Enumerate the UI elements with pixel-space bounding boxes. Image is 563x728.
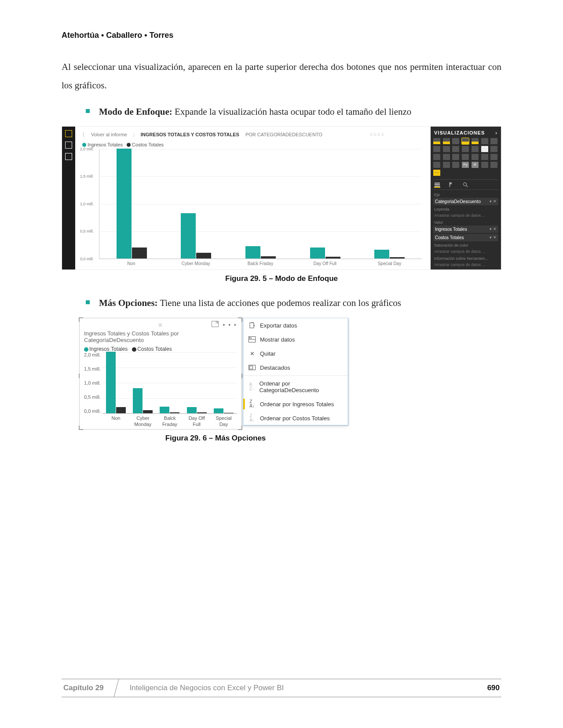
svg-rect-0 <box>435 182 440 183</box>
intro-paragraph: Al seleccionar una visualización, aparec… <box>62 58 501 95</box>
legend-dot-dark <box>127 143 131 147</box>
chart-legend: Ingresos Totales Costos Totales <box>84 346 237 352</box>
svg-rect-12 <box>250 366 253 369</box>
bullet-text: Expande la visualización hasta ocupar to… <box>172 106 411 117</box>
chart-plot-area <box>102 352 237 414</box>
remove-icon: ✕ <box>249 350 256 357</box>
page-footer: Capítulo 29 Inteligencia de Negocios con… <box>62 679 501 697</box>
svg-rect-2 <box>435 186 440 186</box>
tooltip-well-placeholder[interactable]: Arrastrar campos de datos ... <box>433 262 498 268</box>
tooltip-well-label: Información sobre herramien... <box>434 256 497 261</box>
saturation-well-label: Saturación de color <box>434 243 497 248</box>
running-head: Atehortúa • Caballero • Torres <box>62 31 501 40</box>
legend-well-label: Leyenda <box>434 207 497 211</box>
menu-export-data[interactable]: Exportar datos <box>243 318 348 332</box>
chart-plot-area: 2,0 mill.1,5 mill.1,0 mill.0,5 mill.0,0 … <box>99 149 422 259</box>
menu-sort-costos[interactable]: ZA↓ Ordenar por Costos Totales <box>243 411 348 425</box>
drag-grip-icon[interactable]: ≡ <box>158 321 163 328</box>
svg-rect-10 <box>251 338 252 339</box>
model-view-icon[interactable] <box>65 153 72 160</box>
legend-dot-dark <box>132 347 136 352</box>
viz-panel-title: VISUALIZACIONES <box>434 130 485 135</box>
menu-remove[interactable]: ✕ Quitar <box>243 346 348 360</box>
chart-y-axis: 2,0 mill.1,5 mill.1,0 mill.0,5 mill.0,0 … <box>84 352 102 414</box>
svg-rect-9 <box>249 337 250 339</box>
footer-title: Inteligencia de Negocios con Excel y Pow… <box>117 679 486 697</box>
collapse-chevron-icon[interactable]: › <box>495 130 497 135</box>
footer-chapter: Capítulo 29 <box>59 679 119 697</box>
figure-1-caption: Figura 29. 5 – Modo de Enfoque <box>62 274 501 283</box>
axis-well-label: Eje <box>434 193 497 197</box>
focus-title-strong: INGRESOS TOTALES Y COSTOS TOTALES <box>141 132 239 137</box>
menu-spotlight[interactable]: Destacados <box>243 360 348 375</box>
visualizations-panel: VISUALIZACIONES› PyR ⋯ <box>431 127 501 269</box>
svg-rect-1 <box>435 184 440 185</box>
svg-line-4 <box>466 185 468 187</box>
more-options-icon[interactable]: • • • <box>223 321 237 328</box>
chart-tile[interactable]: ≡ • • • Ingresos Totales y Costos Totale… <box>79 318 242 429</box>
menu-show-data[interactable]: Mostrar datos <box>243 332 348 346</box>
legend-dot-teal <box>84 347 88 352</box>
bullet-mas-opciones: Más Opciones: Tiene una lista de accione… <box>86 295 501 311</box>
svg-rect-6 <box>250 323 254 328</box>
figure-1: 〈 Volver al informe | INGRESOS TOTALES Y… <box>62 126 501 283</box>
chart-x-axis: NonCyber MondayBalck FradayDay Off FullS… <box>99 259 422 269</box>
figure-2: ≡ • • • Ingresos Totales y Costos Totale… <box>62 318 501 442</box>
focus-title-light: POR CATEGORÍADEDESCUENTO <box>245 132 322 137</box>
chart-title: Ingresos Totales y Costos Totales por Ca… <box>84 330 237 343</box>
svg-point-3 <box>464 182 467 186</box>
value-field-chip-1[interactable]: Costos Totales▾ ✕ <box>433 234 498 241</box>
bullet-label: Modo de Enfoque: <box>99 106 172 117</box>
drag-grip-icon: ==== <box>329 132 426 137</box>
menu-sort-category[interactable]: AZ↓ Ordenar por CategoríaDeDescuento <box>243 377 348 397</box>
pbi-left-rail <box>62 127 75 269</box>
more-options-menu: Exportar datos Mostrar datos ✕ Quitar <box>243 318 348 426</box>
export-icon <box>249 322 256 329</box>
bullet-label: Más Opciones: <box>99 298 158 308</box>
fields-tab-icon[interactable] <box>434 182 440 188</box>
back-to-report-link[interactable]: Volver al informe <box>91 132 127 137</box>
chart-legend: Ingresos Totales Costos Totales <box>82 142 426 147</box>
sort-icon: ZA↓ <box>249 415 256 422</box>
analytics-tab-icon[interactable] <box>462 182 468 188</box>
saturation-well-placeholder[interactable]: Arrastrar campos de datos ... <box>433 248 498 255</box>
bullet-text: Tiene una lista de acciones que podemos … <box>158 298 401 308</box>
show-data-icon <box>249 336 256 343</box>
focus-mode-icon[interactable] <box>212 321 219 328</box>
format-tab-icon[interactable] <box>448 182 454 188</box>
data-view-icon[interactable] <box>65 142 72 149</box>
legend-well-placeholder[interactable]: Arrastrar campos de datos ... <box>433 212 498 218</box>
footer-page-number: 690 <box>486 679 501 697</box>
chart-x-axis: NonCyberMondayBalckFradayDay OffFullSpec… <box>102 414 237 427</box>
spotlight-icon <box>249 364 256 371</box>
viz-field-tabs[interactable] <box>433 179 498 190</box>
figure-2-caption: Figura 29. 6 – Más Opciones <box>0 434 501 443</box>
report-view-icon[interactable] <box>65 130 72 137</box>
bullet-modo-enfoque: Modo de Enfoque: Expande la visualizació… <box>86 104 501 120</box>
back-chevron-icon[interactable]: 〈 <box>80 131 85 138</box>
sort-desc-icon: ZA↓ <box>249 400 256 408</box>
menu-sort-ingresos[interactable]: ZA↓ Ordenar por Ingresos Totales <box>243 397 348 411</box>
sort-icon: AZ↓ <box>249 383 255 390</box>
value-field-chip-0[interactable]: Ingresos Totales▾ ✕ <box>433 226 498 233</box>
value-well-label: Valor <box>434 220 497 225</box>
axis-field-chip[interactable]: CategoriaDeDescuento▾ ✕ <box>433 198 498 205</box>
legend-label-b: Costos Totales <box>132 142 164 147</box>
viz-type-gallery[interactable]: PyR ⋯ <box>433 138 498 176</box>
